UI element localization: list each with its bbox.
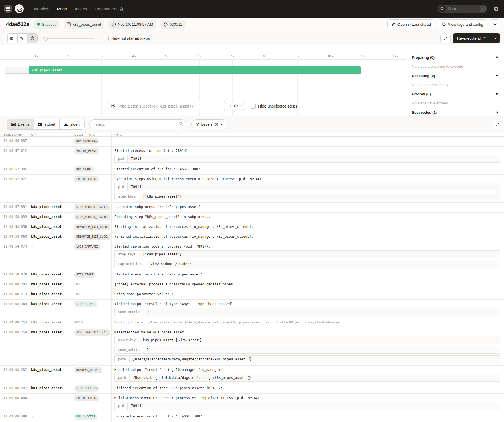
- log-row[interactable]: 11:08:58.039k8s_pipes_assetSTEP_WORKER_S…: [0, 213, 504, 222]
- hamburger-menu-icon[interactable]: [4, 5, 12, 13]
- status-section: Preparing (0)No steps are waiting to exe…: [406, 53, 504, 71]
- slider-knob[interactable]: [43, 36, 48, 41]
- gantt-zoom-slider[interactable]: [44, 36, 94, 41]
- copy-icon[interactable]: [248, 376, 251, 380]
- gear-icon[interactable]: [494, 6, 499, 12]
- log-timestamp[interactable]: 11:08:58.056: [0, 222, 28, 232]
- log-info-cell: [pipes] external process successfully op…: [112, 280, 504, 290]
- status-section-header[interactable]: Errored (0): [406, 89, 504, 99]
- log-timestamp[interactable]: 11:08:56.337: [0, 137, 28, 146]
- log-row[interactable]: 11:09:08.254k8s_pipes_assetDEBUGWriting …: [0, 318, 504, 328]
- log-row[interactable]: 11:08:57.012-ENGINE_EVENTStarted process…: [0, 147, 504, 165]
- event-type-badge: ENGINE_EVENT: [74, 148, 99, 154]
- log-row[interactable]: 11:09:08.282k8s_pipes_assetHANDLED_OUTPU…: [0, 366, 504, 384]
- log-timestamp[interactable]: 11:08:58.074: [0, 242, 28, 270]
- reexecute-dropdown-button[interactable]: [491, 33, 500, 43]
- log-row[interactable]: 11:08:58.056k8s_pipes_assetRESOURCE_INIT…: [0, 222, 504, 232]
- hide-not-started-checkbox[interactable]: Hide not started steps: [104, 36, 150, 41]
- log-row[interactable]: 11:09:08.213k8s_pipes_assetINFOUsing som…: [0, 290, 504, 300]
- log-timestamp[interactable]: 11:09:08.287: [0, 384, 28, 393]
- status-section-header[interactable]: Succeeded (1): [406, 108, 504, 117]
- caret-down-icon[interactable]: [495, 56, 498, 58]
- metadata-link[interactable]: /Users/alangenfeld/data/dagster/storage/…: [133, 374, 245, 381]
- log-timestamp[interactable]: 11:08:57.305: [0, 165, 28, 174]
- job-tag[interactable]: k8s_pipes_asset: [64, 20, 104, 29]
- waterfall-view-button[interactable]: [18, 34, 27, 43]
- log-row[interactable]: 11:09:08.484-ENGINE_EVENTMultiprocess ex…: [0, 394, 504, 412]
- hide-unselected-checkbox[interactable]: Hide unselected steps: [251, 104, 297, 109]
- view-tags-config-button[interactable]: View tags and config: [438, 19, 487, 29]
- log-event-type-cell: STEP_WORKER_STARTI…: [71, 203, 112, 212]
- checkbox-icon[interactable]: [104, 36, 109, 41]
- log-timestamp[interactable]: 11:09:08.254: [0, 318, 28, 328]
- caret-down-icon[interactable]: [495, 93, 498, 95]
- timed-view-button[interactable]: [27, 34, 37, 43]
- log-row[interactable]: 11:09:08.259k8s_pipes_assetASSET_MATERIA…: [0, 328, 504, 366]
- status-section-header[interactable]: Preparing (0): [406, 53, 504, 62]
- log-row[interactable]: 11:09:08.287k8s_pipes_assetSTEP_SUCCESSF…: [0, 384, 504, 394]
- levels-filter-button[interactable]: Levels (6): [191, 119, 227, 129]
- nav-item-label: Assets: [75, 6, 87, 11]
- log-op: k8s_pipes_asset: [28, 300, 71, 318]
- caret-right-icon[interactable]: [496, 111, 498, 114]
- checkbox-icon[interactable]: [251, 104, 256, 109]
- log-timestamp[interactable]: 11:09:08.259: [0, 328, 28, 365]
- log-row[interactable]: 11:09:08.248k8s_pipes_assetSTEP_OUTPUTYi…: [0, 300, 504, 318]
- copy-icon[interactable]: [248, 357, 251, 361]
- metadata-key: captured_logs: [115, 260, 147, 268]
- log-timestamp[interactable]: 11:08:58.039: [0, 213, 28, 222]
- log-row[interactable]: 11:08:58.079k8s_pipes_assetSTEP_STARTSta…: [0, 270, 504, 280]
- reexecute-all-label: Re-execute all (*): [453, 33, 491, 43]
- log-timestamp[interactable]: 11:08:58.060: [0, 232, 28, 242]
- graph-query-toggle-button[interactable]: [230, 101, 246, 111]
- log-timestamp[interactable]: 11:09:08.282: [0, 366, 28, 384]
- status-dot-icon: [37, 23, 40, 26]
- gantt-expand-button[interactable]: [440, 34, 451, 43]
- step-subset-input[interactable]: [107, 101, 227, 111]
- log-timestamp[interactable]: 11:09:08.248: [0, 300, 28, 318]
- log-row[interactable]: 11:08:58.060k8s_pipes_assetRESOURCE_INIT…: [0, 232, 504, 242]
- tab-stdout[interactable]: stdout: [34, 119, 60, 129]
- search-input[interactable]: Search... /: [438, 5, 487, 13]
- log-timestamp[interactable]: 11:09:08.204: [0, 280, 28, 290]
- log-timestamp[interactable]: 11:08:58.079: [0, 270, 28, 280]
- gantt-step-bar[interactable]: k8s_pipes_asset: [29, 66, 361, 74]
- log-timestamp[interactable]: 11:09:08.484: [0, 394, 28, 412]
- log-row[interactable]: 11:09:08.489-RUN_SUCCESSFinished executi…: [0, 412, 504, 422]
- reexecute-all-button[interactable]: Re-execute all (*): [453, 33, 500, 43]
- log-timestamp[interactable]: 11:08:57.327: [0, 175, 28, 202]
- event-type-badge: RUN_STARTING: [74, 138, 99, 144]
- tab-Events[interactable]: Events: [7, 119, 34, 129]
- log-timestamp[interactable]: 11:08:57.331: [0, 203, 28, 212]
- log-row[interactable]: 11:08:57.305-RUN_STARTStarted execution …: [0, 165, 504, 175]
- metadata-value: ['k8s_pipes_asset']: [139, 193, 500, 200]
- nav-item-runs[interactable]: Runs: [57, 6, 67, 11]
- metadata-link[interactable]: /Users/alangenfeld/data/dagster/storage/…: [133, 356, 245, 363]
- nav-item-assets[interactable]: Assets: [75, 6, 87, 11]
- clear-filter-icon[interactable]: [178, 122, 183, 127]
- logs-expand-button[interactable]: [492, 120, 502, 129]
- top-nav: OverviewRunsAssetsDeployment Search... /: [0, 0, 504, 18]
- log-row[interactable]: 11:08:57.331k8s_pipes_assetSTEP_WORKER_S…: [0, 203, 504, 213]
- log-row[interactable]: 11:09:08.204k8s_pipes_assetINFO[pipes] e…: [0, 280, 504, 290]
- tab-stderr[interactable]: stderr: [60, 119, 84, 129]
- log-row[interactable]: 11:08:57.327-ENGINE_EVENTExecuting steps…: [0, 175, 504, 203]
- open-in-launchpad-button[interactable]: Open in Launchpad: [387, 19, 435, 29]
- job-name: k8s_pipes_asset: [73, 22, 101, 27]
- nav-item-overview[interactable]: Overview: [32, 6, 49, 11]
- metadata-link[interactable]: View Asset: [178, 336, 199, 344]
- flat-view-button[interactable]: [8, 34, 18, 43]
- dagster-logo-icon[interactable]: [14, 4, 24, 14]
- clock-icon: [112, 22, 116, 27]
- log-row[interactable]: 11:08:58.074-LOGS_CAPTUREDStarted captur…: [0, 242, 504, 270]
- event-type-badge: ENGINE_EVENT: [74, 395, 99, 401]
- log-row[interactable]: 11:08:56.337-RUN_STARTING: [0, 137, 504, 147]
- log-timestamp[interactable]: 11:09:08.489: [0, 412, 28, 422]
- status-section-header[interactable]: Executing (0): [406, 71, 504, 80]
- log-timestamp[interactable]: 11:09:08.213: [0, 290, 28, 299]
- log-timestamp[interactable]: 11:08:57.012: [0, 147, 28, 165]
- caret-down-icon[interactable]: [495, 75, 498, 77]
- nav-item-deployment[interactable]: Deployment: [95, 6, 124, 11]
- log-filter-input[interactable]: [89, 119, 186, 129]
- run-header-more-button[interactable]: [490, 19, 500, 29]
